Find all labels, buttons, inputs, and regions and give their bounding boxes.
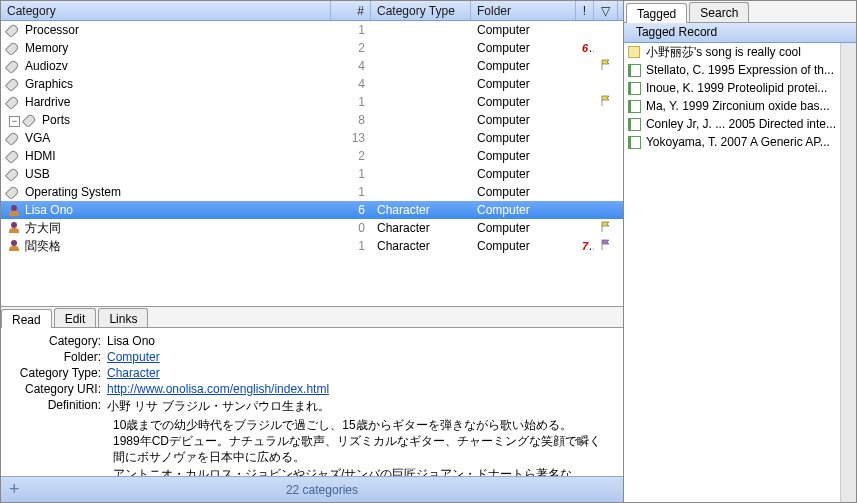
list-item[interactable]: Stellato, C. 1995 Expression of th... bbox=[624, 61, 840, 79]
tag-icon bbox=[5, 167, 23, 181]
value-type[interactable]: Character bbox=[107, 366, 160, 380]
list-item-label: Inoue, K. 1999 Proteolipid protei... bbox=[646, 81, 827, 95]
value-category: Lisa Ono bbox=[107, 334, 613, 348]
value-uri[interactable]: http://www.onolisa.com/english/index.htm… bbox=[107, 382, 329, 396]
value-definition-line2: 1989年CDデビュー。ナチュラルな歌声、リズミカルなギター、チャーミングな笑顔… bbox=[113, 433, 613, 465]
label-folder: Folder: bbox=[11, 350, 107, 364]
table-row[interactable]: Graphics4Computer bbox=[1, 75, 623, 93]
row-count: 1 bbox=[331, 95, 371, 109]
row-folder: Computer bbox=[471, 77, 576, 91]
table-row[interactable]: Memory2Computer6 bbox=[1, 39, 623, 57]
list-item-label: 小野丽莎's song is really cool bbox=[646, 44, 801, 61]
list-item[interactable]: 小野丽莎's song is really cool bbox=[624, 43, 840, 61]
row-folder: Computer bbox=[471, 167, 576, 181]
tab-links[interactable]: Links bbox=[98, 308, 148, 327]
row-flag bbox=[594, 239, 618, 254]
left-pane: Category # Category Type Folder ! ▽ Proc… bbox=[1, 1, 624, 502]
table-body: Processor1ComputerMemory2Computer6Audioz… bbox=[1, 21, 623, 306]
tag-icon bbox=[5, 41, 23, 55]
row-count: 2 bbox=[331, 41, 371, 55]
table-row[interactable]: Processor1Computer bbox=[1, 21, 623, 39]
list-item-label: Yokoyama, T. 2007 A Generic AP... bbox=[646, 135, 830, 149]
tag-icon bbox=[5, 185, 23, 199]
status-text: 22 categories bbox=[29, 483, 615, 497]
table-row[interactable]: USB1Computer bbox=[1, 165, 623, 183]
tag-icon bbox=[5, 59, 23, 73]
row-count: 4 bbox=[331, 59, 371, 73]
row-count: 1 bbox=[331, 185, 371, 199]
person-icon bbox=[7, 240, 21, 252]
alert-badge: 6 bbox=[582, 41, 594, 55]
value-definition-line0: 小野 リサ ブラジル・サンパウロ生まれ。 bbox=[107, 398, 613, 415]
list-item[interactable]: Yokoyama, T. 2007 A Generic AP... bbox=[624, 133, 840, 151]
list-item[interactable]: Inoue, K. 1999 Proteolipid protei... bbox=[624, 79, 840, 97]
tag-icon bbox=[5, 77, 23, 91]
right-header[interactable]: Tagged Record bbox=[624, 23, 856, 43]
scrollbar[interactable] bbox=[840, 43, 856, 502]
row-folder: Computer bbox=[471, 221, 576, 235]
row-name: Processor bbox=[25, 23, 79, 37]
row-name: Ports bbox=[42, 113, 70, 127]
tab-search[interactable]: Search bbox=[689, 2, 749, 22]
note-icon bbox=[628, 46, 642, 58]
list-item-label: Conley Jr, J. ... 2005 Directed inte... bbox=[646, 117, 836, 131]
row-count: 1 bbox=[331, 167, 371, 181]
row-name: Audiozv bbox=[25, 59, 68, 73]
row-count: 6 bbox=[331, 203, 371, 217]
list-item[interactable]: Conley Jr, J. ... 2005 Directed inte... bbox=[624, 115, 840, 133]
col-alert[interactable]: ! bbox=[576, 1, 594, 20]
tree-toggle[interactable]: − bbox=[9, 116, 20, 127]
table-row[interactable]: Audiozv4Computer bbox=[1, 57, 623, 75]
value-folder[interactable]: Computer bbox=[107, 350, 160, 364]
flag-icon[interactable] bbox=[600, 239, 612, 251]
flag-icon[interactable] bbox=[600, 221, 612, 233]
detail-tabs: ReadEditLinks bbox=[1, 306, 623, 328]
label-definition: Definition: bbox=[11, 398, 107, 415]
list-item[interactable]: Ma, Y. 1999 Zirconium oxide bas... bbox=[624, 97, 840, 115]
value-definition-line3: アントニオ・カルロス・ジョビンやジャズ/サンバの巨匠ジョアン・ドナートら著名な bbox=[113, 466, 613, 476]
row-count: 2 bbox=[331, 149, 371, 163]
table-row[interactable]: Operating System1Computer bbox=[1, 183, 623, 201]
row-name: Memory bbox=[25, 41, 68, 55]
flag-icon[interactable] bbox=[600, 59, 612, 71]
col-category[interactable]: Category bbox=[1, 1, 331, 20]
table-row[interactable]: −Ports8Computer bbox=[1, 111, 623, 129]
row-folder: Computer bbox=[471, 185, 576, 199]
row-name: Hardrive bbox=[25, 95, 70, 109]
person-icon bbox=[7, 205, 21, 217]
row-count: 8 bbox=[331, 113, 371, 127]
row-name: USB bbox=[25, 167, 50, 181]
tab-tagged[interactable]: Tagged bbox=[626, 3, 687, 23]
row-name: HDMI bbox=[25, 149, 56, 163]
tab-read[interactable]: Read bbox=[1, 309, 52, 328]
row-folder: Computer bbox=[471, 131, 576, 145]
table-row[interactable]: VGA13Computer bbox=[1, 129, 623, 147]
tab-edit[interactable]: Edit bbox=[54, 308, 97, 327]
table-row[interactable]: Lisa Ono6CharacterComputer bbox=[1, 201, 623, 219]
app-window: Category # Category Type Folder ! ▽ Proc… bbox=[0, 0, 857, 503]
row-type: Character bbox=[371, 221, 471, 235]
row-name: Lisa Ono bbox=[25, 203, 73, 217]
status-bar: + 22 categories bbox=[1, 476, 623, 502]
row-count: 0 bbox=[331, 221, 371, 235]
table-row[interactable]: 閻奕格1CharacterComputer7 bbox=[1, 237, 623, 255]
row-name: Operating System bbox=[25, 185, 121, 199]
list-item-label: Stellato, C. 1995 Expression of th... bbox=[646, 63, 834, 77]
row-count: 1 bbox=[331, 23, 371, 37]
flag-icon[interactable] bbox=[600, 95, 612, 107]
row-name: 閻奕格 bbox=[25, 239, 61, 253]
row-folder: Computer bbox=[471, 95, 576, 109]
col-count[interactable]: # bbox=[331, 1, 371, 20]
add-button[interactable]: + bbox=[9, 479, 29, 500]
row-name: 方大同 bbox=[25, 221, 61, 235]
table-row[interactable]: HDMI2Computer bbox=[1, 147, 623, 165]
row-flag bbox=[594, 221, 618, 236]
col-type[interactable]: Category Type bbox=[371, 1, 471, 20]
col-flag[interactable]: ▽ bbox=[594, 1, 618, 20]
col-folder[interactable]: Folder bbox=[471, 1, 576, 20]
detail-panel: Category:Lisa Ono Folder:Computer Catego… bbox=[1, 328, 623, 476]
table-row[interactable]: Hardrive1Computer bbox=[1, 93, 623, 111]
document-icon bbox=[628, 136, 642, 148]
right-tabs: TaggedSearch bbox=[624, 1, 856, 23]
table-row[interactable]: 方大同0CharacterComputer bbox=[1, 219, 623, 237]
